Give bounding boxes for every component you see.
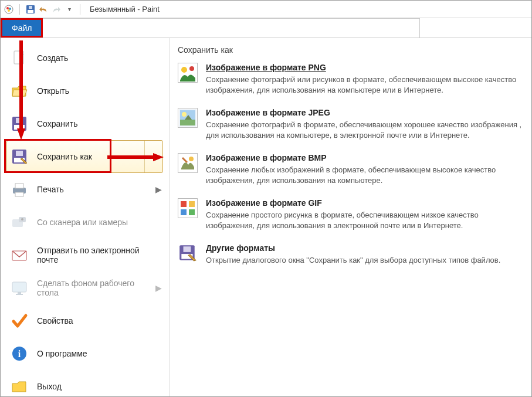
menu-about[interactable]: i О программе — [1, 337, 169, 370]
qat-divider-2 — [80, 4, 80, 15]
format-bmp-title: Изображение в формате BMP — [206, 153, 523, 162]
svg-rect-35 — [180, 120, 195, 125]
svg-point-32 — [181, 67, 187, 73]
checkmark-icon — [10, 311, 29, 330]
menu-exit-label: Выход — [37, 382, 162, 391]
format-jpeg[interactable]: Изображение в формате JPEG Сохранение фо… — [178, 108, 523, 140]
svg-point-3 — [8, 9, 10, 12]
menu-properties[interactable]: Свойства — [1, 304, 169, 337]
svg-point-33 — [189, 66, 194, 71]
info-icon: i — [10, 344, 29, 363]
svg-rect-28 — [16, 294, 23, 295]
format-jpeg-desc: Сохранение фотографий в формате, обеспеч… — [206, 120, 523, 140]
chevron-right-icon: ▶ — [155, 283, 162, 293]
qat-divider — [19, 4, 20, 15]
file-menu-panel: Создать Открыть Сохранить Сохранить как — [1, 38, 531, 396]
svg-point-24 — [21, 218, 23, 220]
svg-rect-42 — [189, 201, 195, 207]
menu-open[interactable]: Открыть — [1, 74, 169, 107]
menu-print[interactable]: Печать ▶ — [1, 173, 169, 206]
tab-file[interactable]: Файл — [1, 18, 43, 38]
submenu-heading: Сохранить как — [178, 45, 523, 55]
exit-icon — [10, 377, 29, 396]
svg-text:i: i — [18, 349, 21, 359]
menu-saveas[interactable]: Сохранить как ▶ — [1, 140, 169, 173]
chevron-right-icon: ▶ — [155, 152, 162, 161]
svg-rect-6 — [29, 6, 32, 9]
format-other-title: Другие форматы — [206, 243, 500, 253]
window-title: Безымянный - Paint — [90, 5, 160, 13]
menu-new[interactable]: Создать — [1, 42, 169, 74]
scanner-icon — [10, 213, 29, 232]
email-icon — [10, 246, 29, 264]
ribbon-tabs: Файл — [1, 18, 531, 38]
svg-rect-5 — [28, 10, 33, 13]
saveas-icon — [10, 147, 29, 166]
save-icon[interactable] — [26, 5, 35, 14]
png-icon — [178, 63, 198, 83]
open-icon — [10, 82, 29, 100]
menu-properties-label: Свойства — [37, 316, 162, 325]
saveas-submenu: Сохранить как Изображение в формате PNG … — [170, 38, 531, 396]
app-icon — [4, 5, 13, 14]
menu-wallpaper-label: Сделать фоном рабочего стола — [37, 279, 147, 297]
menu-wallpaper: Сделать фоном рабочего стола ▶ — [1, 272, 169, 304]
svg-rect-44 — [189, 209, 195, 215]
svg-rect-41 — [181, 201, 187, 207]
tab-file-label: Файл — [12, 23, 32, 33]
chevron-right-icon: ▶ — [155, 185, 162, 194]
svg-point-37 — [182, 112, 187, 117]
svg-rect-21 — [15, 192, 23, 196]
svg-rect-43 — [181, 209, 187, 215]
redo-icon[interactable] — [52, 5, 61, 14]
ribbon-area — [43, 18, 420, 38]
format-other[interactable]: Другие форматы Открытие диалогового окна… — [178, 243, 523, 266]
format-png-desc: Сохранение фотографий или рисунков в фор… — [206, 74, 523, 95]
svg-rect-12 — [14, 125, 25, 130]
print-icon — [10, 180, 29, 199]
format-other-desc: Открытие диалогового окна "Сохранить как… — [206, 255, 500, 266]
title-bar: ▾ Безымянный - Paint — [1, 1, 531, 18]
menu-email[interactable]: Отправить по электронной почте — [1, 239, 169, 272]
svg-rect-20 — [15, 184, 23, 188]
format-bmp[interactable]: Изображение в формате BMP Сохранение люб… — [178, 153, 523, 185]
svg-point-39 — [189, 157, 194, 161]
format-bmp-desc: Сохранение любых изображений в формате, … — [206, 165, 523, 185]
menu-about-label: О программе — [37, 349, 162, 358]
jpeg-icon — [178, 108, 198, 128]
menu-open-label: Открыть — [37, 86, 162, 96]
file-menu-left: Создать Открыть Сохранить Сохранить как — [1, 38, 170, 396]
format-gif-desc: Сохранение простого рисунка в формате, о… — [206, 210, 523, 230]
new-icon — [10, 49, 29, 67]
gif-icon — [178, 198, 198, 218]
format-gif[interactable]: Изображение в формате GIF Сохранение про… — [178, 198, 523, 230]
svg-rect-16 — [16, 151, 23, 156]
menu-new-label: Создать — [37, 53, 162, 63]
menu-scanner-label: Со сканера или камеры — [37, 218, 162, 227]
bmp-icon — [178, 153, 198, 173]
menu-saveas-label: Сохранить как — [37, 152, 147, 161]
svg-rect-26 — [12, 282, 26, 292]
menu-scanner: Со сканера или камеры — [1, 206, 169, 239]
svg-rect-47 — [184, 247, 191, 253]
svg-point-1 — [6, 7, 9, 9]
qat-dropdown-icon[interactable]: ▾ — [65, 5, 74, 14]
format-png[interactable]: Изображение в формате PNG Сохранение фот… — [178, 63, 523, 95]
undo-icon[interactable] — [39, 5, 48, 14]
format-jpeg-title: Изображение в формате JPEG — [206, 108, 523, 117]
save-file-icon — [10, 114, 29, 133]
format-gif-title: Изображение в формате GIF — [206, 198, 523, 208]
menu-email-label: Отправить по электронной почте — [37, 246, 162, 264]
wallpaper-icon — [10, 279, 29, 297]
menu-save-label: Сохранить — [37, 119, 162, 128]
svg-rect-27 — [18, 292, 21, 294]
svg-rect-13 — [16, 118, 23, 123]
menu-print-label: Печать — [37, 185, 147, 194]
format-png-title: Изображение в формате PNG — [206, 63, 523, 72]
menu-save[interactable]: Сохранить — [1, 107, 169, 140]
other-formats-icon — [178, 243, 198, 263]
menu-exit[interactable]: Выход — [1, 370, 169, 397]
